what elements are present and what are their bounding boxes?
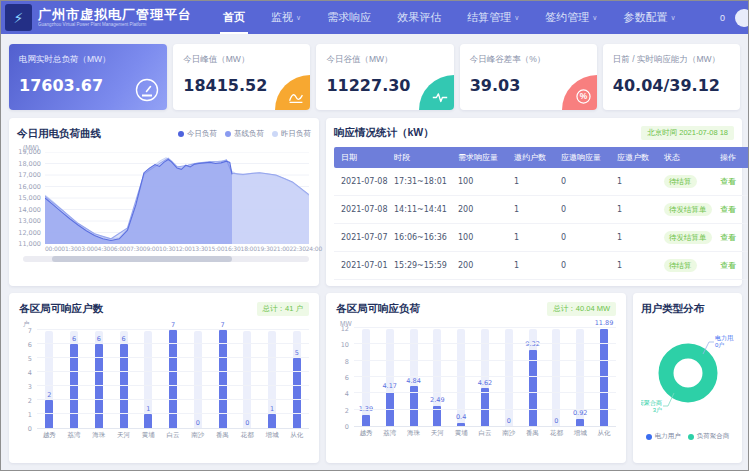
nav-item[interactable]: 监视∨: [258, 1, 314, 34]
table-column-header: 时段: [392, 147, 456, 168]
category-label: 花都: [545, 429, 569, 438]
kpi-label: 电网实时总负荷（MW）: [19, 54, 157, 66]
cell-accepted-users: 1: [615, 168, 662, 196]
header-right: 0: [720, 9, 748, 27]
response-table: 日期时段需求响应量邀约户数应邀响应量应邀户数状态操作 2021-07-08 17…: [334, 147, 749, 280]
category-label: 番禺: [521, 429, 545, 438]
user-type-card: 用户类型分布 电力用户 0户 负荷聚合商 3户 电力用户 负荷聚合商: [633, 293, 742, 463]
chart-zoom-scrollbar[interactable]: [23, 256, 309, 262]
cell-status: 待发结算单: [662, 224, 718, 252]
nav-item[interactable]: 结算管理∨: [454, 1, 532, 34]
bar: [362, 415, 370, 426]
cell-accepted-amount: 0: [559, 224, 615, 252]
bar-value-label: 0.4: [456, 413, 466, 421]
nav-item-label: 监视: [271, 10, 293, 25]
nav-item[interactable]: 需求响应: [314, 1, 384, 34]
table-row: 2021-07-07 16:06~16:36 100 1 0 1 待发结算单 查…: [334, 224, 749, 252]
grid-line: [37, 357, 309, 358]
bar-value-label: 0.92: [573, 409, 587, 417]
cell-status: 待发结算单: [662, 196, 718, 224]
load-categories: 越秀荔湾海珠天河黄埔白云南沙番禺花都增城从化: [354, 429, 616, 438]
kpi-card: 今日峰谷差率（%） 39.03%: [460, 44, 597, 110]
x-tick-label: 19:30: [257, 245, 273, 252]
x-tick-label: 16:30: [224, 245, 240, 252]
legend-item[interactable]: 昨日负荷: [272, 129, 311, 139]
table-row: 2021-07-08 14:11~14:41 200 1 0 1 待发结算单 查…: [334, 196, 749, 224]
y-tick-label: 18,000: [18, 160, 41, 168]
category-label: 黄埔: [136, 431, 161, 440]
cell-period: 16:06~16:36: [392, 224, 456, 252]
load-curve-legend: 今日负荷基线负荷昨日负荷: [178, 129, 311, 139]
pulse-icon: [432, 91, 448, 104]
kpi-card: 今日峰值（MW） 18415.52: [173, 44, 310, 110]
view-link[interactable]: 查看: [720, 177, 736, 186]
y-tick-label: 12: [341, 325, 349, 333]
bar: [45, 400, 53, 428]
cell-action: 查看: [718, 252, 749, 280]
bar-value-label: 7: [171, 321, 175, 329]
households-categories: 越秀荔湾海珠天河黄埔白云南沙番禺花都增城从化: [37, 431, 309, 440]
cell-date: 2021-07-01: [334, 252, 392, 280]
bar-value-label: 2.49: [430, 396, 444, 404]
x-tick-label: 00:00: [45, 245, 61, 252]
x-axis-ticks: 00:0001:3003:0004:3006:0007:3009:0010:30…: [45, 245, 309, 252]
nav-item-label: 需求响应: [327, 10, 371, 25]
nav-item-label: 结算管理: [467, 10, 511, 25]
bar-value-label: 7: [220, 321, 224, 329]
category-label: 增城: [260, 431, 285, 440]
nav-item[interactable]: 参数配置∨: [610, 1, 688, 34]
grid-line: [37, 329, 309, 330]
view-link[interactable]: 查看: [720, 205, 736, 214]
nav-item[interactable]: 首页: [210, 1, 258, 34]
kpi-label: 今日谷值（MW）: [326, 54, 443, 66]
district-load-card: 各区局可响应负荷 总计：40.04 MW MW 121086420 1.39 4…: [326, 293, 626, 463]
nav-item-label: 效果评估: [397, 10, 441, 25]
load-y-ticks: 121086420: [336, 329, 354, 427]
chart-zoom-handle[interactable]: [52, 256, 232, 262]
legend-item[interactable]: 负荷聚合商: [688, 432, 730, 441]
bar-value-label: 4.62: [478, 379, 492, 387]
response-stats-title: 响应情况统计（kW）: [334, 126, 434, 140]
notification-count[interactable]: 0: [720, 13, 725, 23]
grid-line: [354, 392, 616, 393]
district-load-title: 各区局可响应负荷: [336, 302, 420, 316]
legend-dot: [688, 434, 694, 440]
cell-accepted-amount: 0: [559, 168, 615, 196]
load-curve-card: 今日用电负荷曲线 今日负荷基线负荷昨日负荷 (MW) 19,00018,0001…: [9, 118, 319, 286]
donut-slice: [666, 351, 710, 395]
legend-item[interactable]: 今日负荷: [178, 129, 217, 139]
gauge-icon: [135, 78, 159, 102]
category-label: 海珠: [402, 429, 426, 438]
grid-line: [37, 413, 309, 414]
kpi-card: 日前 / 实时响应能力（MW） 40.04/39.12: [603, 44, 740, 110]
dashboard-page: ⚡ 广州市虚拟电厂管理平台 Guangzhou Virtual Power Pl…: [0, 0, 749, 471]
cell-invited: 1: [512, 168, 559, 196]
nav-item[interactable]: 效果评估: [384, 1, 454, 34]
app-title: 广州市虚拟电厂管理平台: [38, 8, 192, 22]
view-link[interactable]: 查看: [720, 261, 736, 270]
view-link[interactable]: 查看: [720, 233, 736, 242]
category-label: 南沙: [185, 431, 210, 440]
chevron-down-icon: ∨: [670, 14, 675, 22]
callout-power-users: 电力用户: [715, 334, 734, 342]
y-tick-label: 4: [28, 369, 32, 377]
cell-date: 2021-07-08: [334, 168, 392, 196]
y-tick-label: 3: [28, 383, 32, 391]
chevron-down-icon: ∨: [514, 14, 519, 22]
legend-dot: [225, 131, 231, 137]
status-badge: 待发结算单: [664, 231, 712, 244]
table-column-header: 状态: [662, 147, 718, 168]
legend-label: 电力用户: [655, 432, 681, 441]
x-tick-label: 13:30: [192, 245, 208, 252]
table-column-header: 应邀户数: [615, 147, 662, 168]
nav-item[interactable]: 签约管理∨: [532, 1, 610, 34]
y-tick-label: 0: [345, 423, 349, 431]
legend-item[interactable]: 基线负荷: [225, 129, 264, 139]
y-tick-label: 10: [341, 341, 349, 349]
table-column-header: 需求响应量: [456, 147, 512, 168]
grid-line: [37, 399, 309, 400]
user-avatar[interactable]: [735, 9, 749, 27]
bar-value-label: 4.17: [382, 382, 396, 390]
legend-item[interactable]: 电力用户: [646, 432, 681, 441]
category-label: 增城: [568, 429, 592, 438]
